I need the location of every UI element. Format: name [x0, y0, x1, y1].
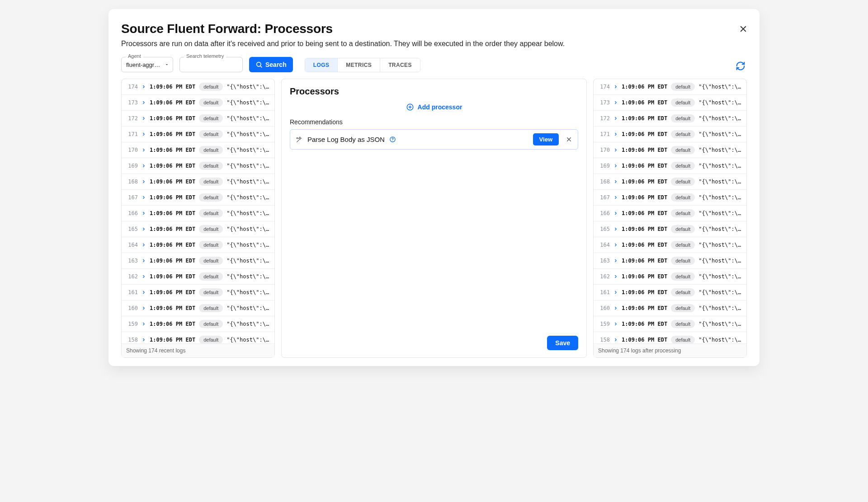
chevron-right-icon — [142, 164, 146, 168]
log-row[interactable]: 1681:09:06 PM EDTdefault"{\"host\":\"123… — [122, 174, 274, 190]
log-index: 173 — [126, 99, 138, 106]
log-row[interactable]: 1611:09:06 PM EDTdefault"{\"host\":\"235… — [594, 285, 746, 300]
log-timestamp: 1:09:06 PM EDT — [150, 337, 195, 343]
search-button[interactable]: Search — [249, 57, 293, 72]
chevron-right-icon — [142, 100, 146, 105]
dismiss-recommendation-button[interactable] — [563, 134, 574, 145]
chevron-down-icon — [165, 62, 169, 67]
log-badge: default — [199, 99, 223, 107]
log-row[interactable]: 1621:09:06 PM EDTdefault"{\"host\":\"196… — [122, 269, 274, 285]
log-row[interactable]: 1671:09:06 PM EDTdefault"{\"host\":\"155… — [122, 190, 274, 206]
log-row[interactable]: 1611:09:06 PM EDTdefault"{\"host\":\"235… — [122, 285, 274, 300]
log-row[interactable]: 1631:09:06 PM EDTdefault"{\"host\":\"168… — [594, 253, 746, 269]
chevron-right-icon — [142, 338, 146, 342]
log-row[interactable]: 1691:09:06 PM EDTdefault"{\"host\":\"201… — [122, 158, 274, 174]
log-row[interactable]: 1581:09:06 PM EDTdefault"{\"host\":\"105… — [594, 332, 746, 343]
chevron-right-icon — [142, 195, 146, 200]
log-row[interactable]: 1631:09:06 PM EDTdefault"{\"host\":\"168… — [122, 253, 274, 269]
log-body: "{\"host\":\"155.4… — [226, 194, 270, 201]
log-index: 174 — [598, 84, 610, 90]
log-body: "{\"host\":\"172.1… — [698, 321, 742, 327]
log-row[interactable]: 1651:09:06 PM EDTdefault"{\"host\":\"255… — [122, 221, 274, 237]
log-index: 160 — [598, 305, 610, 311]
dialog-card: Source Fluent Forward: Processors Proces… — [108, 9, 760, 366]
log-badge: default — [671, 146, 695, 154]
log-body: "{\"host\":\"105.3… — [698, 337, 742, 343]
log-row[interactable]: 1701:09:06 PM EDTdefault"{\"host\":\"6.1… — [594, 142, 746, 158]
log-row[interactable]: 1591:09:06 PM EDTdefault"{\"host\":\"172… — [122, 316, 274, 332]
toolbar: Agent fluent-aggre… Search telemetry Sea… — [121, 57, 747, 72]
log-row[interactable]: 1691:09:06 PM EDTdefault"{\"host\":\"201… — [594, 158, 746, 174]
log-timestamp: 1:09:06 PM EDT — [622, 115, 667, 122]
tab-traces[interactable]: TRACES — [380, 58, 420, 72]
log-row[interactable]: 1731:09:06 PM EDTdefault"{\"host\":\"5.6… — [122, 95, 274, 111]
log-row[interactable]: 1651:09:06 PM EDTdefault"{\"host\":\"255… — [594, 221, 746, 237]
refresh-button[interactable] — [734, 60, 747, 72]
log-row[interactable]: 1661:09:06 PM EDTdefault"{\"host\":\"58.… — [594, 206, 746, 221]
search-input[interactable] — [179, 57, 243, 72]
log-row[interactable]: 1581:09:06 PM EDTdefault"{\"host\":\"105… — [122, 332, 274, 343]
log-badge: default — [199, 304, 223, 312]
save-button[interactable]: Save — [547, 336, 578, 350]
log-row[interactable]: 1731:09:06 PM EDTdefault"{\"host\":\"5.6… — [594, 95, 746, 111]
log-row[interactable]: 1641:09:06 PM EDTdefault"{\"host\":\"14.… — [594, 237, 746, 253]
svg-point-3 — [392, 141, 393, 141]
log-timestamp: 1:09:06 PM EDT — [622, 321, 667, 327]
output-logs-list[interactable]: 1741:09:06 PM EDTdefault"{\"host\":\"177… — [594, 79, 746, 343]
tab-logs[interactable]: LOGS — [305, 58, 338, 72]
chevron-right-icon — [613, 306, 618, 310]
log-row[interactable]: 1711:09:06 PM EDTdefault"{\"host\":\"13.… — [594, 127, 746, 142]
chevron-right-icon — [142, 132, 146, 136]
log-index: 168 — [598, 178, 610, 185]
log-row[interactable]: 1681:09:06 PM EDTdefault"{\"host\":\"123… — [594, 174, 746, 190]
log-body: "{\"host\":\"255.1… — [698, 226, 742, 232]
log-row[interactable]: 1641:09:06 PM EDTdefault"{\"host\":\"14.… — [122, 237, 274, 253]
chevron-right-icon — [613, 179, 618, 184]
chevron-right-icon — [142, 243, 146, 247]
log-row[interactable]: 1661:09:06 PM EDTdefault"{\"host\":\"58.… — [122, 206, 274, 221]
log-timestamp: 1:09:06 PM EDT — [622, 210, 667, 216]
agent-label: Agent — [126, 53, 143, 59]
log-row[interactable]: 1591:09:06 PM EDTdefault"{\"host\":\"172… — [594, 316, 746, 332]
log-row[interactable]: 1671:09:06 PM EDTdefault"{\"host\":\"155… — [594, 190, 746, 206]
log-index: 164 — [598, 242, 610, 248]
log-badge: default — [671, 272, 695, 281]
log-row[interactable]: 1701:09:06 PM EDTdefault"{\"host\":\"6.1… — [122, 142, 274, 158]
agent-select[interactable]: fluent-aggre… — [121, 57, 173, 72]
chevron-right-icon — [613, 132, 618, 136]
chevron-right-icon — [613, 195, 618, 200]
chevron-right-icon — [613, 258, 618, 263]
view-recommendation-button[interactable]: View — [533, 133, 559, 145]
add-processor-button[interactable]: Add processor — [290, 97, 578, 117]
log-row[interactable]: 1721:09:06 PM EDTdefault"{\"host\":\"219… — [594, 111, 746, 127]
chevron-right-icon — [142, 179, 146, 184]
help-icon[interactable] — [389, 136, 396, 143]
log-body: "{\"host\":\"196.1… — [698, 273, 742, 280]
close-dialog-button[interactable] — [737, 23, 750, 35]
log-body: "{\"host\":\"119.2… — [226, 305, 270, 311]
log-row[interactable]: 1621:09:06 PM EDTdefault"{\"host\":\"196… — [594, 269, 746, 285]
log-row[interactable]: 1601:09:06 PM EDTdefault"{\"host\":\"119… — [122, 300, 274, 316]
log-badge: default — [671, 320, 695, 328]
log-timestamp: 1:09:06 PM EDT — [150, 273, 195, 280]
search-button-label: Search — [265, 61, 287, 68]
log-index: 162 — [126, 273, 138, 280]
log-index: 169 — [126, 163, 138, 169]
plus-circle-icon — [406, 103, 414, 111]
input-logs-panel: 1741:09:06 PM EDTdefault"{\"host\":\"177… — [121, 79, 275, 358]
page-subtitle: Processors are run on data after it's re… — [121, 40, 747, 48]
log-body: "{\"host\":\"172.1… — [226, 321, 270, 327]
log-badge: default — [671, 83, 695, 91]
log-row[interactable]: 1741:09:06 PM EDTdefault"{\"host\":\"177… — [594, 79, 746, 95]
output-logs-footer: Showing 174 logs after processing — [594, 343, 746, 357]
log-row[interactable]: 1741:09:06 PM EDTdefault"{\"host\":\"177… — [122, 79, 274, 95]
log-row[interactable]: 1721:09:06 PM EDTdefault"{\"host\":\"219… — [122, 111, 274, 127]
input-logs-list[interactable]: 1741:09:06 PM EDTdefault"{\"host\":\"177… — [122, 79, 274, 343]
log-timestamp: 1:09:06 PM EDT — [150, 305, 195, 311]
log-row[interactable]: 1711:09:06 PM EDTdefault"{\"host\":\"13.… — [122, 127, 274, 142]
chevron-right-icon — [142, 84, 146, 89]
log-body: "{\"host\":\"219.1… — [226, 115, 270, 122]
chevron-right-icon — [613, 116, 618, 121]
log-row[interactable]: 1601:09:06 PM EDTdefault"{\"host\":\"119… — [594, 300, 746, 316]
tab-metrics[interactable]: METRICS — [338, 58, 380, 72]
